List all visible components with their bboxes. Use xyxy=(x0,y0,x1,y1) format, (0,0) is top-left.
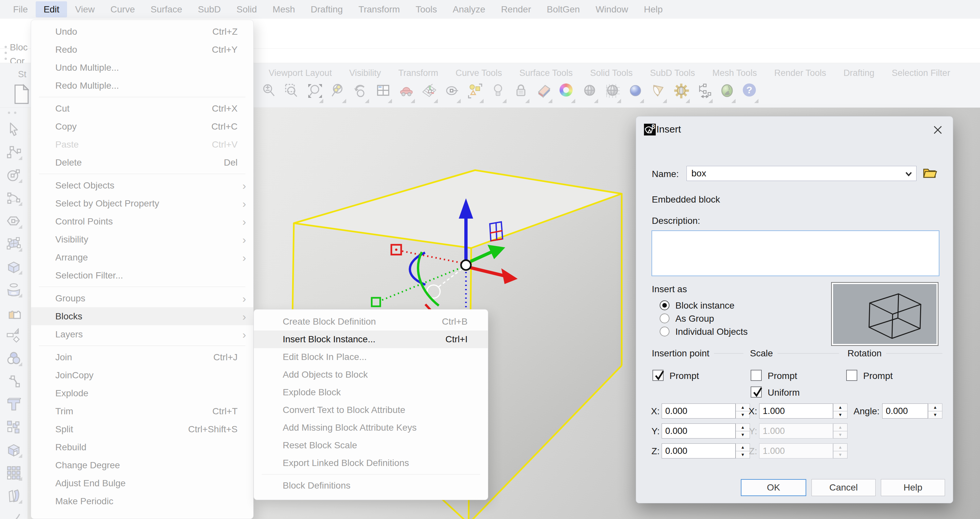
rectangular-array-icon[interactable] xyxy=(6,466,21,480)
curve-tool-icon[interactable] xyxy=(6,511,21,519)
menu-item-undo-multiple[interactable]: Undo Multiple... xyxy=(31,59,253,76)
dialog-titlebar[interactable]: 8 Insert xyxy=(636,116,953,139)
tab-surface-tools[interactable]: Surface Tools xyxy=(519,68,573,78)
ok-button[interactable]: OK xyxy=(741,479,806,496)
menu-view[interactable]: View xyxy=(67,1,102,18)
insertion-prompt-label[interactable]: Prompt xyxy=(670,371,699,381)
cplane-grid-icon[interactable] xyxy=(422,83,437,104)
menu-item-split[interactable]: SplitCtrl+Shift+S xyxy=(31,420,253,438)
menu-item-groups[interactable]: Groups› xyxy=(31,289,253,307)
menu-item-redo-multiple[interactable]: Redo Multiple... xyxy=(31,76,253,95)
cancel-button[interactable]: Cancel xyxy=(811,479,876,496)
menu-item-layers[interactable]: Layers› xyxy=(31,325,253,343)
menu-item-copy[interactable]: CopyCtrl+C xyxy=(31,118,253,135)
new-file-icon[interactable] xyxy=(13,84,30,105)
menu-item-add-objects-to-block[interactable]: Add Objects to Block xyxy=(254,366,488,384)
scale-prompt-label[interactable]: Prompt xyxy=(768,371,797,381)
radio-individual-objects[interactable] xyxy=(660,326,670,336)
shaded-sphere-icon[interactable] xyxy=(582,83,598,104)
color-wheel-icon[interactable] xyxy=(560,83,574,104)
menu-item-add-missing-block-attribute-keys[interactable]: Add Missing Block Attribute Keys xyxy=(254,419,488,436)
insertion-prompt-checkbox[interactable] xyxy=(652,370,663,381)
radio-block-instance[interactable] xyxy=(660,301,670,310)
menu-item-join[interactable]: JoinCtrl+J xyxy=(31,348,253,366)
uniform-label[interactable]: Uniform xyxy=(768,387,800,398)
drag-handle[interactable] xyxy=(5,46,7,66)
menu-item-visibility[interactable]: Visibility› xyxy=(31,230,253,248)
menu-item-export-linked-block-definitions[interactable]: Export Linked Block Definitions xyxy=(254,454,488,472)
menu-solid[interactable]: Solid xyxy=(229,1,265,18)
radio-as-group[interactable] xyxy=(660,314,670,323)
tab-visibility[interactable]: Visibility xyxy=(349,68,381,78)
scale-prompt-checkbox[interactable] xyxy=(751,370,762,381)
tab-transform[interactable]: Transform xyxy=(398,68,438,78)
uniform-checkbox[interactable] xyxy=(751,387,762,398)
menu-analyze[interactable]: Analyze xyxy=(445,1,493,18)
menu-item-adjust-end-bulge[interactable]: Adjust End Bulge xyxy=(31,474,253,492)
curve-edit-icon[interactable] xyxy=(6,374,21,388)
insertion-y-input[interactable] xyxy=(662,423,736,438)
menu-item-control-points[interactable]: Control Points› xyxy=(31,212,253,230)
menu-help[interactable]: Help xyxy=(636,1,671,18)
menu-subd[interactable]: SubD xyxy=(190,1,229,18)
scale-x-input[interactable] xyxy=(759,403,833,419)
menu-render[interactable]: Render xyxy=(493,1,539,18)
block-name-combobox[interactable]: box xyxy=(686,166,916,181)
menu-item-select-by-object-property[interactable]: Select by Object Property› xyxy=(31,194,253,212)
help-button[interactable]: Help xyxy=(881,479,945,496)
rotation-prompt-checkbox[interactable] xyxy=(846,370,857,381)
menu-mesh[interactable]: Mesh xyxy=(265,1,303,18)
menu-file[interactable]: File xyxy=(5,1,36,18)
select-cursor-icon[interactable] xyxy=(6,122,21,137)
menu-item-rebuild[interactable]: Rebuild xyxy=(31,438,253,456)
spinner-down-icon[interactable]: ▼ xyxy=(928,411,942,419)
chevron-down-icon[interactable] xyxy=(904,170,913,179)
layer-pie-icon[interactable] xyxy=(537,83,552,104)
tab-subd-tools[interactable]: SubD Tools xyxy=(650,68,695,78)
radio-as-group-label[interactable]: As Group xyxy=(675,314,714,324)
tab-solid-tools[interactable]: Solid Tools xyxy=(590,68,633,78)
rotation-prompt-label[interactable]: Prompt xyxy=(863,371,892,381)
rendered-sphere-icon[interactable] xyxy=(628,83,643,104)
scale-z-input[interactable] xyxy=(759,443,833,459)
menu-item-delete[interactable]: DeleteDel xyxy=(31,153,253,172)
menu-item-explode[interactable]: Explode xyxy=(31,384,253,402)
spinner-down-icon[interactable]: ▼ xyxy=(833,451,848,459)
spinner-up-icon[interactable]: ▲ xyxy=(833,423,848,431)
standard-toolbar-tab[interactable]: St xyxy=(18,69,27,80)
scale-z-spinner[interactable]: ▲▼ xyxy=(833,443,848,459)
description-textarea[interactable] xyxy=(651,230,939,276)
menu-edit[interactable]: Edit xyxy=(36,1,67,18)
menu-item-explode-block[interactable]: Explode Block xyxy=(254,384,488,401)
menu-drafting[interactable]: Drafting xyxy=(303,1,351,18)
wireframe-sphere-icon[interactable] xyxy=(605,83,620,104)
menu-surface[interactable]: Surface xyxy=(143,1,190,18)
menu-item-cut[interactable]: CutCtrl+X xyxy=(31,99,253,118)
menu-item-redo[interactable]: RedoCtrl+Y xyxy=(31,41,253,59)
menu-item-select-objects[interactable]: Select Objects› xyxy=(31,177,253,194)
scale-y-input[interactable] xyxy=(759,423,833,438)
menu-item-arrange[interactable]: Arrange› xyxy=(31,248,253,266)
scale-y-spinner[interactable]: ▲▼ xyxy=(833,423,848,438)
cone-spotlight-icon[interactable] xyxy=(651,83,666,104)
tab-render-tools[interactable]: Render Tools xyxy=(774,68,826,78)
menu-item-convert-text-to-block-attribute[interactable]: Convert Text to Block Attribute xyxy=(254,401,488,419)
named-views-car-icon[interactable] xyxy=(399,83,414,104)
fillet-corner-icon[interactable] xyxy=(6,328,21,342)
zoom-selected-icon[interactable] xyxy=(331,83,345,104)
control-point-curve-icon[interactable] xyxy=(6,145,21,159)
tab-viewport-layout[interactable]: Viewport Layout xyxy=(269,68,332,78)
explode-block-icon[interactable] xyxy=(6,420,21,434)
menu-item-paste[interactable]: PasteCtrl+V xyxy=(31,135,253,153)
tab-mesh-tools[interactable]: Mesh Tools xyxy=(712,68,757,78)
angle-input[interactable] xyxy=(882,403,928,419)
surface-revolve-icon[interactable] xyxy=(6,282,21,297)
spinner-down-icon[interactable]: ▼ xyxy=(833,431,848,439)
menu-item-block-definitions[interactable]: Block Definitions xyxy=(254,477,488,494)
menu-item-undo[interactable]: UndoCtrl+Z xyxy=(31,22,253,41)
scale-x-spinner[interactable]: ▲▼ xyxy=(833,403,848,419)
angle-spinner[interactable]: ▲▼ xyxy=(928,403,942,419)
text-3d-icon[interactable] xyxy=(6,397,21,411)
menu-item-selection-filter[interactable]: Selection Filter... xyxy=(31,266,253,284)
lock-icon[interactable] xyxy=(514,83,529,104)
